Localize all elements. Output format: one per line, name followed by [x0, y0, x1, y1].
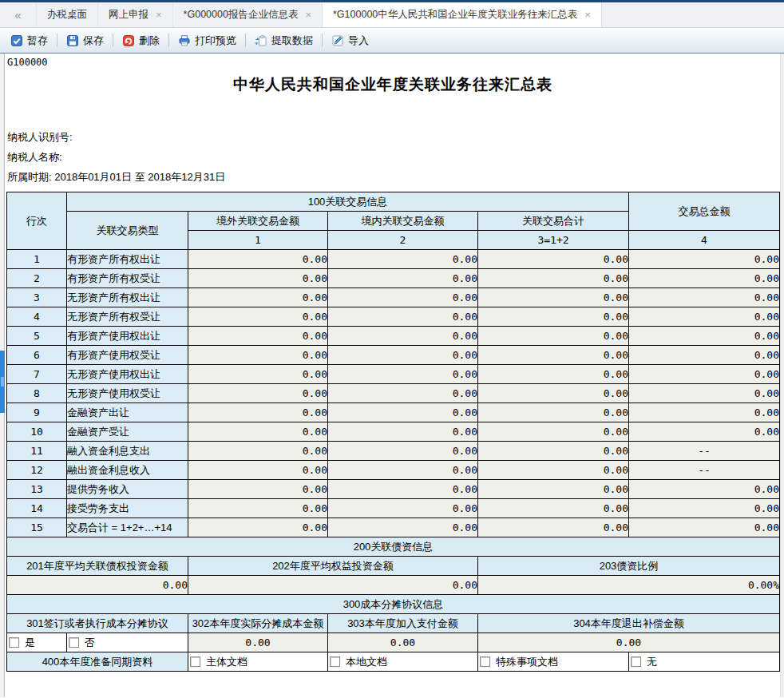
- form-page: G100000 中华人民共和国企业年度关联业务往来汇总表 纳税人识别号: 纳税人…: [6, 54, 780, 697]
- tab-g000000[interactable]: *G000000报告企业信息表 ×: [173, 2, 323, 27]
- import-button[interactable]: 导入: [326, 31, 374, 50]
- tab-g100000[interactable]: *G100000中华人民共和国企业年度关联业务往来汇总表 ×: [323, 2, 602, 27]
- cell-overseas[interactable]: 0.00: [188, 403, 328, 422]
- delete-button[interactable]: 删除: [117, 31, 165, 50]
- cell-domestic[interactable]: 0.00: [328, 327, 478, 346]
- cell-total[interactable]: 0.00: [478, 442, 629, 461]
- cell-overseas[interactable]: 0.00: [188, 307, 328, 327]
- cell-303-focused[interactable]: 0.00: [328, 633, 478, 652]
- header-203: 203债资比例: [478, 557, 780, 576]
- header-303: 303本年度加入支付金额: [328, 614, 478, 633]
- cell-202[interactable]: 0.00: [188, 576, 478, 595]
- cell-domestic[interactable]: 0.00: [328, 480, 478, 499]
- splitter-handle[interactable]: [0, 351, 5, 413]
- cell-total[interactable]: 0.00: [478, 461, 629, 480]
- cell-total[interactable]: 0.00: [478, 499, 629, 518]
- table-row: 15 交易合计 = 1+2+…+14 0.00 0.00 0.00 0.00: [7, 518, 780, 537]
- checkbox-none[interactable]: [631, 656, 641, 667]
- close-icon[interactable]: ×: [305, 10, 311, 20]
- cell-total[interactable]: 0.00: [478, 403, 629, 422]
- section-300-header-row: 301签订或者执行成本分摊协议 302本年度实际分摊成本金额 303本年度加入支…: [7, 614, 780, 633]
- cell-total[interactable]: 0.00: [478, 269, 629, 288]
- cell-203[interactable]: 0.00%: [478, 576, 780, 595]
- checkbox-local-file[interactable]: [330, 656, 340, 667]
- tab-label: 办税桌面: [47, 8, 87, 22]
- cell-total[interactable]: 0.00: [478, 250, 629, 269]
- cell-grand[interactable]: 0.00: [629, 307, 780, 327]
- tab-online-filing[interactable]: 网上申报 ×: [98, 2, 173, 27]
- cell-domestic[interactable]: 0.00: [328, 346, 478, 365]
- cell-total[interactable]: 0.00: [478, 365, 629, 384]
- checkbox-no[interactable]: [69, 637, 79, 648]
- col-header-grand-total: 交易总金额: [629, 192, 780, 231]
- cell-grand[interactable]: 0.00: [629, 422, 780, 442]
- cell-overseas[interactable]: 0.00: [188, 422, 328, 442]
- cell-grand[interactable]: 0.00: [629, 365, 780, 384]
- cell-domestic[interactable]: 0.00: [328, 499, 478, 518]
- cell-domestic[interactable]: 0.00: [328, 384, 478, 403]
- print-preview-button[interactable]: 打印预览: [172, 31, 242, 50]
- cell-domestic[interactable]: 0.00: [328, 250, 478, 269]
- tab-bar: « 办税桌面 网上申报 × *G000000报告企业信息表 × *G100000…: [0, 2, 784, 28]
- tab-desktop[interactable]: 办税桌面: [37, 2, 98, 27]
- cell-overseas[interactable]: 0.00: [188, 499, 328, 518]
- checkbox-master-file[interactable]: [190, 656, 200, 667]
- checkbox-yes[interactable]: [9, 637, 19, 648]
- cell-grand[interactable]: 0.00: [629, 288, 780, 307]
- cell-total[interactable]: 0.00: [478, 346, 629, 365]
- cell-domestic[interactable]: 0.00: [328, 403, 478, 422]
- cell-domestic[interactable]: 0.00: [328, 442, 478, 461]
- cell-grand[interactable]: 0.00: [629, 518, 780, 537]
- cell-total[interactable]: 0.00: [478, 422, 629, 442]
- cell-total[interactable]: 0.00: [478, 384, 629, 403]
- cell-overseas[interactable]: 0.00: [188, 288, 328, 307]
- cell-overseas[interactable]: 0.00: [188, 518, 328, 537]
- cell-total[interactable]: 0.00: [478, 480, 629, 499]
- cell-domestic[interactable]: 0.00: [328, 288, 478, 307]
- cell-total[interactable]: 0.00: [478, 288, 629, 307]
- tab-collapse-button[interactable]: «: [0, 2, 37, 27]
- close-icon[interactable]: ×: [584, 10, 591, 20]
- cell-grand[interactable]: 0.00: [629, 269, 780, 288]
- cell-domestic[interactable]: 0.00: [328, 365, 478, 384]
- cell-overseas[interactable]: 0.00: [188, 384, 328, 403]
- extract-data-button[interactable]: 提取数据: [249, 31, 319, 50]
- cell-overseas[interactable]: 0.00: [188, 269, 328, 288]
- temp-save-button[interactable]: 暂存: [5, 31, 53, 50]
- cell-grand[interactable]: 0.00: [629, 384, 780, 403]
- checkbox-no-label: 否: [85, 636, 95, 650]
- cell-overseas[interactable]: 0.00: [188, 346, 328, 365]
- cell-304[interactable]: 0.00: [478, 633, 780, 652]
- cell-grand[interactable]: 0.00: [629, 403, 780, 422]
- cell-grand[interactable]: 0.00: [629, 480, 780, 499]
- cell-overseas[interactable]: 0.00: [188, 480, 328, 499]
- cell-domestic[interactable]: 0.00: [328, 307, 478, 327]
- checkbox-special-file-label: 特殊事项文档: [496, 655, 558, 669]
- cell-total[interactable]: 0.00: [478, 518, 629, 537]
- cell-grand[interactable]: 0.00: [629, 346, 780, 365]
- header-201: 201年度平均关联债权投资金额: [7, 557, 188, 576]
- cell-overseas[interactable]: 0.00: [188, 365, 328, 384]
- cell-overseas[interactable]: 0.00: [188, 327, 328, 346]
- cell-grand[interactable]: 0.00: [629, 250, 780, 269]
- left-splitter[interactable]: [0, 54, 5, 697]
- temp-save-icon: [10, 34, 23, 47]
- checkbox-special-file[interactable]: [480, 656, 490, 667]
- cell-domestic[interactable]: 0.00: [328, 518, 478, 537]
- cell-domestic[interactable]: 0.00: [328, 461, 478, 480]
- cell-total[interactable]: 0.00: [478, 307, 629, 327]
- cell-total[interactable]: 0.00: [478, 327, 629, 346]
- cell-overseas[interactable]: 0.00: [188, 250, 328, 269]
- cell-overseas[interactable]: 0.00: [188, 442, 328, 461]
- cell-grand[interactable]: 0.00: [629, 499, 780, 518]
- cell-domestic[interactable]: 0.00: [328, 422, 478, 442]
- cell-302[interactable]: 0.00: [188, 633, 328, 652]
- cell-domestic[interactable]: 0.00: [328, 269, 478, 288]
- right-scrollbar-track[interactable]: [780, 54, 784, 697]
- cell-201[interactable]: 0.00: [7, 576, 188, 595]
- save-button[interactable]: 保存: [61, 31, 109, 50]
- cell-grand[interactable]: 0.00: [629, 327, 780, 346]
- cell-overseas[interactable]: 0.00: [188, 461, 328, 480]
- close-icon[interactable]: ×: [156, 10, 162, 20]
- cell-301-no: 否: [67, 633, 188, 652]
